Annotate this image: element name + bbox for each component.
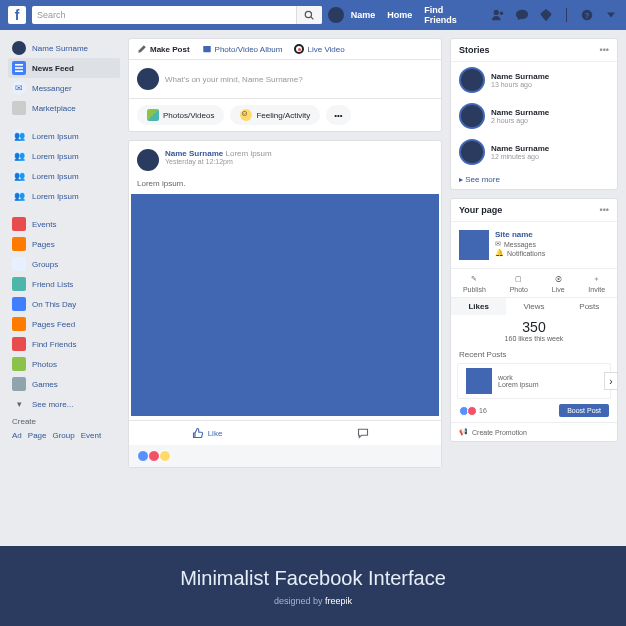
nav-profile-link[interactable]: Name bbox=[346, 10, 381, 20]
composer-tab-post[interactable]: Make Post bbox=[137, 44, 190, 54]
sidebar-shortcut[interactable]: 👥Lorem Ipsum bbox=[8, 186, 120, 206]
recent-post-reactions: 16 bbox=[459, 406, 487, 416]
label: Live bbox=[552, 286, 565, 293]
sidebar-shortcut[interactable]: 👥Lorem Ipsum bbox=[8, 146, 120, 166]
notifications-icon[interactable] bbox=[539, 8, 553, 22]
game-icon bbox=[12, 377, 26, 391]
sidebar-groups[interactable]: Groups bbox=[8, 254, 120, 274]
sidebar-on-this-day[interactable]: On This Day bbox=[8, 294, 120, 314]
sidebar-item-label: Messanger bbox=[32, 84, 72, 93]
composer-tab-live[interactable]: Live Video bbox=[294, 44, 344, 54]
chat-icon: ✉ bbox=[495, 240, 501, 248]
create-ad-link[interactable]: Ad bbox=[12, 431, 22, 440]
stories-see-more-link[interactable]: ▸ See more bbox=[451, 170, 617, 189]
credit-brand: freepik bbox=[325, 596, 352, 606]
flag-icon bbox=[12, 237, 26, 251]
sidebar-photos[interactable]: Photos bbox=[8, 354, 120, 374]
thumb-up-icon bbox=[192, 427, 204, 439]
page-tab-views[interactable]: Views bbox=[506, 298, 561, 315]
calendar-icon bbox=[12, 217, 26, 231]
composer-more-button[interactable]: ••• bbox=[326, 105, 350, 125]
avatar-icon bbox=[12, 41, 26, 55]
page-live-button[interactable]: ⦿Live bbox=[552, 273, 565, 293]
avatar[interactable] bbox=[328, 7, 344, 23]
label: Notifications bbox=[507, 250, 545, 257]
post-image[interactable] bbox=[131, 194, 439, 416]
recent-post-item[interactable]: workLorem ipsum › bbox=[457, 363, 611, 399]
sidebar-pages[interactable]: Pages bbox=[8, 234, 120, 254]
sidebar-events[interactable]: Events bbox=[8, 214, 120, 234]
facebook-logo-icon[interactable]: f bbox=[8, 6, 26, 24]
messages-icon[interactable] bbox=[515, 8, 529, 22]
group-icon: 👥 bbox=[12, 129, 26, 143]
list-icon bbox=[12, 277, 26, 291]
page-like-count: 350 bbox=[455, 319, 613, 335]
group-icon: 👥 bbox=[12, 189, 26, 203]
story-item[interactable]: Name Surname13 hours ago bbox=[451, 62, 617, 98]
dropdown-icon[interactable] bbox=[604, 8, 618, 22]
pencil-icon bbox=[137, 44, 147, 54]
composer-feeling-button[interactable]: ☺Feeling/Activity bbox=[230, 105, 320, 125]
sidebar-marketplace[interactable]: Marketplace bbox=[8, 98, 120, 118]
haha-reaction-icon[interactable] bbox=[159, 450, 171, 462]
footer-banner: Minimalist Facebook Interface designed b… bbox=[0, 546, 626, 626]
page-tab-posts[interactable]: Posts bbox=[562, 298, 617, 315]
nav-home-link[interactable]: Home bbox=[382, 10, 417, 20]
page-name-link[interactable]: Site name bbox=[495, 230, 545, 239]
sidebar-shortcut[interactable]: 👥Lorem Ipsum bbox=[8, 166, 120, 186]
create-promotion-link[interactable]: 📢Create Promotion bbox=[451, 422, 617, 441]
sidebar-see-more[interactable]: ▾See more... bbox=[8, 394, 120, 414]
sidebar-find-friends[interactable]: Find Friends bbox=[8, 334, 120, 354]
composer-input[interactable]: What's on your mind, Name Surname? bbox=[129, 60, 441, 98]
svg-rect-7 bbox=[15, 67, 23, 69]
top-nav: Name Home Find Friends ? bbox=[328, 5, 618, 25]
sidebar-messenger[interactable]: ✉Messanger bbox=[8, 78, 120, 98]
page-tab-likes[interactable]: Likes bbox=[451, 298, 506, 315]
ellipsis-icon: ••• bbox=[334, 111, 342, 120]
page-photo-button[interactable]: ▢Photo bbox=[510, 273, 528, 293]
friend-requests-icon[interactable] bbox=[491, 8, 505, 22]
story-item[interactable]: Name Surname2 hours ago bbox=[451, 98, 617, 134]
love-reaction-icon bbox=[467, 406, 477, 416]
svg-point-2 bbox=[494, 10, 499, 15]
page-invite-button[interactable]: ＋Invite bbox=[588, 273, 605, 293]
like-button[interactable]: Like bbox=[129, 421, 285, 445]
tab-label: Photo/Video Album bbox=[215, 45, 283, 54]
page-thumbnail[interactable] bbox=[459, 230, 489, 260]
emoji-icon: ☺ bbox=[240, 109, 252, 121]
plus-icon: ＋ bbox=[591, 273, 603, 285]
page-publish-button[interactable]: ✎Publish bbox=[463, 273, 486, 293]
help-icon[interactable]: ? bbox=[580, 8, 594, 22]
post-card: Name Surname Lorem ipsum Yesterday at 12… bbox=[128, 140, 442, 468]
sidebar-games[interactable]: Games bbox=[8, 374, 120, 394]
create-event-link[interactable]: Event bbox=[81, 431, 101, 440]
page-menu-icon[interactable]: ••• bbox=[600, 205, 609, 215]
pencil-icon: ✎ bbox=[468, 273, 480, 285]
story-item[interactable]: Name Surname12 minutes ago bbox=[451, 134, 617, 170]
create-group-link[interactable]: Group bbox=[52, 431, 74, 440]
comment-button[interactable] bbox=[285, 421, 441, 445]
sidebar-friend-lists[interactable]: Friend Lists bbox=[8, 274, 120, 294]
composer-tab-album[interactable]: Photo/Video Album bbox=[202, 44, 283, 54]
recent-post-thumb bbox=[466, 368, 492, 394]
page-messages-link[interactable]: ✉Messages bbox=[495, 240, 545, 248]
next-arrow-icon[interactable]: › bbox=[604, 372, 618, 390]
sidebar-item-label: Lorem Ipsum bbox=[32, 172, 79, 181]
create-page-link[interactable]: Page bbox=[28, 431, 47, 440]
sidebar-item-label: Lorem Ipsum bbox=[32, 152, 79, 161]
footer-title: Minimalist Facebook Interface bbox=[0, 567, 626, 590]
nav-find-friends-link[interactable]: Find Friends bbox=[419, 5, 483, 25]
avatar[interactable] bbox=[137, 149, 159, 171]
sidebar-shortcut[interactable]: 👥Lorem Ipsum bbox=[8, 126, 120, 146]
search-button[interactable] bbox=[296, 6, 322, 24]
composer-photos-button[interactable]: Photos/Videos bbox=[137, 105, 224, 125]
post-author-link[interactable]: Name Surname bbox=[165, 149, 223, 158]
sidebar-profile[interactable]: Name Surname bbox=[8, 38, 120, 58]
sidebar-pages-feed[interactable]: Pages Feed bbox=[8, 314, 120, 334]
sidebar-news-feed[interactable]: News Feed bbox=[8, 58, 120, 78]
page-notifications-link[interactable]: 🔔Notifications bbox=[495, 249, 545, 257]
tab-label: Make Post bbox=[150, 45, 190, 54]
stories-menu-icon[interactable]: ••• bbox=[600, 45, 609, 55]
boost-post-button[interactable]: Boost Post bbox=[559, 404, 609, 417]
search-input[interactable]: Search bbox=[32, 6, 322, 24]
